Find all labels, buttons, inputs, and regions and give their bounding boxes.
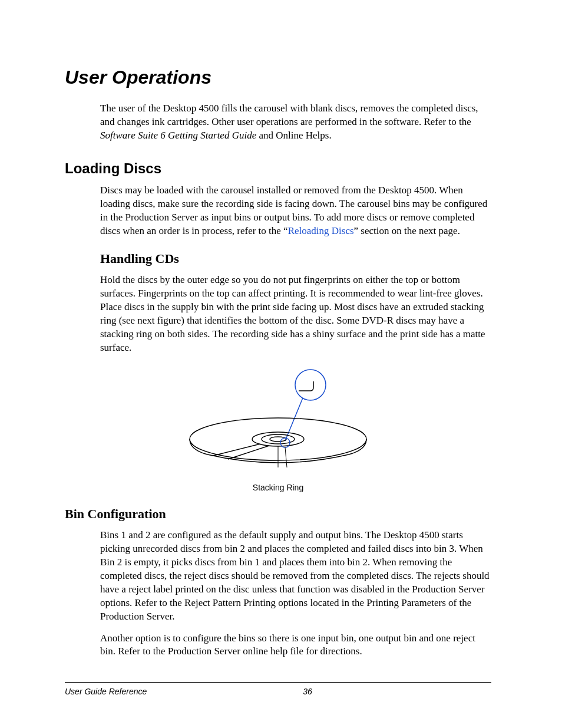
page-title: User Operations — [65, 65, 491, 90]
intro-paragraph: The user of the Desktop 4500 fills the c… — [100, 102, 491, 143]
footer-page-number: 36 — [303, 686, 312, 697]
binconfig-paragraph-1: Bins 1 and 2 are configured as the defau… — [100, 529, 491, 624]
svg-point-5 — [270, 437, 286, 442]
loading-paragraph: Discs may be loaded with the carousel in… — [100, 184, 491, 238]
intro-text-after: and Online Helps. — [256, 130, 331, 141]
footer-title: User Guide Reference — [65, 686, 147, 697]
subsection-bin-configuration: Bin Configuration — [65, 505, 491, 523]
disc-illustration — [172, 367, 384, 479]
handling-paragraph: Hold the discs by the outer edge so you … — [100, 274, 491, 355]
section-loading-discs: Loading Discs — [65, 159, 491, 178]
svg-line-1 — [285, 398, 303, 441]
disc-figure: Stacking Ring — [65, 367, 491, 493]
page-footer: User Guide Reference 36 — [65, 682, 491, 697]
svg-line-8 — [285, 447, 287, 467]
figure-caption: Stacking Ring — [65, 482, 491, 493]
subsection-handling-cds: Handling CDs — [100, 250, 491, 268]
svg-point-0 — [295, 370, 326, 400]
loading-text-after: ” section on the next page. — [354, 225, 460, 236]
intro-text-before: The user of the Desktop 4500 fills the c… — [100, 103, 478, 127]
binconfig-paragraph-2: Another option is to configure the bins … — [100, 632, 491, 659]
intro-italic-ref: Software Suite 6 Getting Started Guide — [100, 130, 256, 141]
reloading-discs-link[interactable]: Reloading Discs — [288, 225, 354, 236]
document-page: User Operations The user of the Desktop … — [0, 0, 562, 728]
